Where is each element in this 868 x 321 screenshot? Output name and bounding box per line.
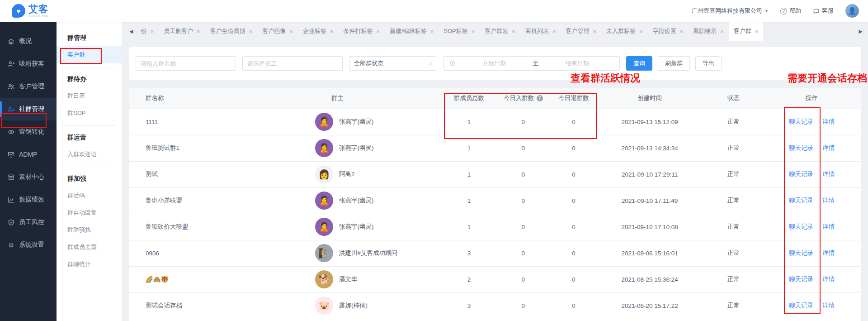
- tab-item[interactable]: 字段设置×: [648, 22, 689, 41]
- group-name-cell: 鲁班砍价大联盟: [129, 214, 315, 240]
- close-icon[interactable]: ×: [639, 28, 643, 35]
- column-header-label: 群成员总数: [454, 94, 485, 102]
- group-name-input[interactable]: [136, 56, 236, 71]
- members-total-cell: 1: [444, 109, 495, 135]
- tab-item[interactable]: 条件打标签×: [338, 22, 385, 41]
- tab-item[interactable]: 客户生命周期×: [205, 22, 258, 41]
- submenu-item[interactable]: 群日历: [57, 87, 122, 105]
- close-icon[interactable]: ×: [472, 28, 475, 35]
- submenu-item[interactable]: 群成员去重: [57, 239, 122, 256]
- members-total-cell: 1: [444, 161, 495, 187]
- start-date-placeholder[interactable]: 开始日期: [458, 59, 531, 67]
- close-icon[interactable]: ×: [552, 28, 556, 35]
- tab-item[interactable]: 未入群标签×: [601, 22, 648, 41]
- close-icon[interactable]: ×: [249, 28, 253, 35]
- tab-item[interactable]: 企业标签×: [298, 22, 339, 41]
- sidebar-item-community[interactable]: 社群管理: [0, 98, 57, 120]
- date-range-picker[interactable]: 开始日期 至 结束日期: [443, 56, 620, 71]
- chat-log-link[interactable]: 聊天记录: [789, 302, 813, 309]
- submenu-group-title: 群运营: [57, 129, 122, 146]
- tab-item[interactable]: SOP标签×: [439, 22, 480, 41]
- submenu-item[interactable]: 群活码: [57, 187, 122, 204]
- staff-input[interactable]: [242, 56, 343, 71]
- submenu-item[interactable]: 群防骚扰: [57, 221, 122, 239]
- actions-cell: 聊天记录详情: [763, 161, 861, 187]
- tab-item[interactable]: 商机列表×: [520, 22, 561, 41]
- service-link[interactable]: 客服: [813, 7, 834, 15]
- close-icon[interactable]: ×: [376, 28, 380, 35]
- end-date-placeholder[interactable]: 结束日期: [541, 59, 614, 67]
- tab-item[interactable]: 客户管理×: [561, 22, 602, 41]
- detail-link[interactable]: 详情: [822, 276, 835, 283]
- submenu-item[interactable]: 群聊统计: [57, 256, 122, 273]
- tab-item[interactable]: 客户群×: [729, 22, 764, 41]
- line-chart-icon: [7, 196, 15, 204]
- tab-item[interactable]: 纷×: [136, 22, 159, 41]
- tab-item[interactable]: 员工删客户×: [159, 22, 205, 41]
- sidebar-item-overview[interactable]: 概况: [0, 30, 57, 53]
- actions-cell: 聊天记录详情: [763, 292, 861, 319]
- help-link[interactable]: ? 帮助: [780, 7, 801, 15]
- tabs-scroll-right-icon[interactable]: ▶: [856, 29, 865, 34]
- close-icon[interactable]: ×: [680, 28, 684, 35]
- search-button[interactable]: 查询: [626, 56, 652, 71]
- created-time-cell: 2021-09-10 17:11:49: [595, 187, 704, 214]
- company-selector[interactable]: 广州壹豆网络科技有限公司 ▼: [692, 7, 769, 15]
- joined-today-cell: 0: [494, 214, 552, 240]
- owner-avatar: 👩: [315, 165, 333, 183]
- refresh-group-button[interactable]: 刷新群: [658, 56, 690, 71]
- detail-link[interactable]: 详情: [822, 249, 835, 256]
- tab-item[interactable]: 离职继承×: [688, 22, 729, 41]
- tabs-scroll-left-icon[interactable]: ◀: [127, 29, 136, 34]
- owner: 🙎张燕宇(幽灵): [315, 214, 444, 240]
- detail-link[interactable]: 详情: [822, 171, 835, 177]
- close-icon[interactable]: ×: [430, 28, 434, 35]
- tab-item[interactable]: 新建/编辑标签×: [385, 22, 439, 41]
- sidebar-item-risk[interactable]: 员工风控: [0, 211, 57, 234]
- chat-log-link[interactable]: 聊天记录: [789, 118, 813, 125]
- column-header: 操作: [763, 88, 861, 109]
- chat-log-link[interactable]: 聊天记录: [789, 223, 813, 230]
- group-status-select[interactable]: 全部群状态 ∨: [349, 56, 437, 71]
- sidebar-item-marketing[interactable]: 营销转化: [0, 120, 57, 143]
- close-icon[interactable]: ×: [197, 28, 200, 35]
- chat-log-link[interactable]: 聊天记录: [789, 144, 813, 151]
- sidebar-item-acquire[interactable]: 吸粉获客: [0, 53, 57, 75]
- help-icon[interactable]: ?: [537, 95, 543, 101]
- detail-link[interactable]: 详情: [822, 197, 835, 204]
- community-icon: [7, 105, 15, 113]
- chat-log-link[interactable]: 聊天记录: [789, 197, 813, 204]
- close-icon[interactable]: ×: [150, 28, 154, 35]
- submenu-item[interactable]: 群自动回复: [57, 204, 122, 221]
- detail-link[interactable]: 详情: [822, 118, 835, 125]
- chevron-down-icon: ∨: [429, 61, 432, 66]
- close-icon[interactable]: ×: [720, 28, 724, 35]
- sidebar-item-materials[interactable]: 素材中心: [0, 166, 57, 188]
- chat-log-link[interactable]: 聊天记录: [789, 276, 813, 283]
- close-icon[interactable]: ×: [593, 28, 597, 35]
- detail-link[interactable]: 详情: [822, 144, 835, 151]
- sidebar-item-customers[interactable]: 客户管理: [0, 75, 57, 98]
- submenu-item[interactable]: 客户群: [57, 46, 122, 63]
- tab-item[interactable]: 客户群发×: [480, 22, 520, 41]
- sidebar-item-admp[interactable]: ADMP: [0, 143, 57, 166]
- detail-link[interactable]: 详情: [822, 302, 835, 309]
- tab-label: SOP标签: [443, 27, 467, 35]
- close-icon[interactable]: ×: [755, 28, 759, 35]
- sidebar-item-settings[interactable]: 系统设置: [0, 234, 57, 256]
- status-cell: 正常: [704, 240, 763, 266]
- tab-item[interactable]: 客户画像×: [257, 22, 298, 41]
- submenu-item[interactable]: 入群欢迎语: [57, 146, 122, 163]
- chat-log-link[interactable]: 聊天记录: [789, 249, 813, 256]
- close-icon[interactable]: ×: [330, 28, 334, 35]
- close-icon[interactable]: ×: [512, 28, 515, 35]
- chat-log-link[interactable]: 聊天记录: [789, 171, 813, 177]
- export-button[interactable]: 导出: [695, 56, 722, 71]
- sidebar-item-analytics[interactable]: 数据绩效: [0, 188, 57, 211]
- user-avatar[interactable]: 👤: [845, 4, 859, 18]
- status-cell: 正常: [704, 135, 763, 161]
- owner-name: 张燕宇(幽灵): [339, 118, 374, 126]
- detail-link[interactable]: 详情: [822, 223, 835, 230]
- close-icon[interactable]: ×: [289, 28, 293, 35]
- submenu-item[interactable]: 群SOP: [57, 105, 122, 122]
